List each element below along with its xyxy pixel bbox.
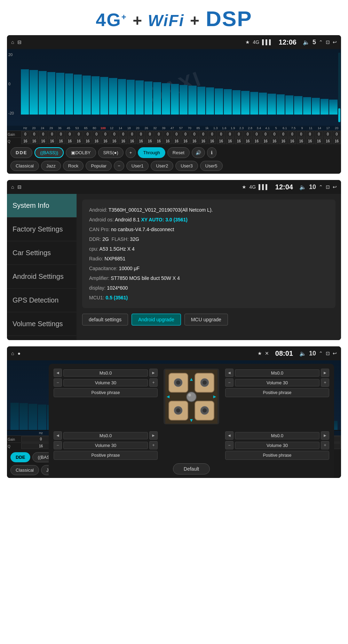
user3-button[interactable]: User3 — [175, 161, 198, 171]
gain-cell-10[interactable]: 0 — [110, 131, 119, 137]
vol-minus-br[interactable]: − — [225, 441, 234, 449]
sidebar-item-volume-settings[interactable]: Volume Settings — [7, 312, 77, 336]
gain-cell-22[interactable]: 0 — [217, 131, 225, 137]
minus-button[interactable]: − — [114, 161, 124, 171]
eq-scrollbar-thumb[interactable] — [338, 108, 340, 122]
jazz-button[interactable]: Jazz — [41, 161, 61, 171]
fullscreen-icon-3[interactable]: ⊡ — [326, 351, 330, 356]
gain-cell-14[interactable]: 0 — [146, 131, 154, 137]
gain-cell-29[interactable]: 0 — [279, 131, 287, 137]
fullscreen-icon[interactable]: ⊡ — [326, 39, 330, 45]
q-cell-24[interactable]: 16 — [235, 138, 243, 144]
srs-button[interactable]: SRS(●) — [98, 147, 124, 158]
q-cell-26[interactable]: 16 — [253, 138, 261, 144]
gain-cell-6[interactable]: 0 — [74, 131, 83, 137]
q-cell-3[interactable]: 16 — [48, 138, 56, 144]
vol-plus-br[interactable]: + — [321, 441, 329, 449]
gain-cell-32[interactable]: 0 — [306, 131, 314, 137]
fullscreen-icon-2[interactable]: ⊡ — [326, 184, 330, 190]
vol-minus-tl[interactable]: − — [54, 378, 62, 387]
vol-plus-tr[interactable]: + — [321, 378, 329, 387]
vol-minus-bl[interactable]: − — [54, 441, 62, 449]
reset-button[interactable]: Reset — [167, 147, 190, 158]
android-upgrade-button[interactable]: Android upgrade — [132, 314, 181, 325]
through-button[interactable]: Through — [138, 147, 165, 158]
gain-cell-24[interactable]: 0 — [235, 131, 243, 137]
q-cell-10[interactable]: 16 — [110, 138, 119, 144]
q-cell-28[interactable]: 16 — [270, 138, 279, 144]
phrase-br[interactable]: Positive phrase — [225, 451, 329, 460]
gain-cell-28[interactable]: 0 — [270, 131, 279, 137]
q-cell-16[interactable]: 16 — [164, 138, 172, 144]
gain-cell-12[interactable]: 0 — [128, 131, 136, 137]
gain-cell-31[interactable]: 0 — [297, 131, 305, 137]
ms-next-tl[interactable]: ► — [149, 369, 158, 377]
gain-cell-1[interactable]: 0 — [30, 131, 39, 137]
expand-icon[interactable]: ⌃ — [319, 39, 323, 45]
gain-cell-2[interactable]: 0 — [39, 131, 47, 137]
q-cell-22[interactable]: 16 — [217, 138, 225, 144]
sidebar-item-system-info[interactable]: System Info — [7, 194, 77, 218]
ms-next-bl[interactable]: ► — [149, 431, 158, 440]
gain-cell-5[interactable]: 0 — [66, 131, 74, 137]
phrase-tl[interactable]: Positive phrase — [54, 388, 158, 397]
back-icon-3[interactable]: ↩ — [333, 351, 337, 356]
q-cell-31[interactable]: 16 — [297, 138, 305, 144]
q-cell-6[interactable]: 16 — [74, 138, 83, 144]
q-cell-5[interactable]: 16 — [66, 138, 74, 144]
gain-cell-16[interactable]: 0 — [164, 131, 172, 137]
dsp-dde-button[interactable]: DDE — [10, 452, 30, 462]
info-button[interactable]: ℹ — [207, 147, 216, 158]
sidebar-item-gps-detection[interactable]: GPS Detection — [7, 289, 77, 312]
dsp-default-button[interactable]: Default — [173, 463, 210, 474]
gain-cell-34[interactable]: 0 — [324, 131, 332, 137]
gain-cell-7[interactable]: 0 — [84, 131, 92, 137]
gain-cell-13[interactable]: 0 — [137, 131, 145, 137]
expand-icon-2[interactable]: ⌃ — [319, 184, 323, 190]
q-cell-13[interactable]: 16 — [137, 138, 145, 144]
eq-scrollbar[interactable] — [338, 53, 340, 122]
dolby-button[interactable]: ▣DOLBY — [66, 147, 96, 158]
gain-cell-27[interactable]: 0 — [261, 131, 270, 137]
phrase-tr[interactable]: Positive phrase — [225, 388, 329, 397]
user2-button[interactable]: User2 — [151, 161, 173, 171]
plus-button[interactable]: + — [126, 147, 136, 158]
gain-cell-25[interactable]: 0 — [244, 131, 252, 137]
gain-cell-15[interactable]: 0 — [155, 131, 163, 137]
ms-next-tr[interactable]: ► — [321, 369, 329, 377]
dsp-classical-button[interactable]: Classical — [10, 465, 39, 475]
q-cell-21[interactable]: 16 — [208, 138, 216, 144]
gain-cell-26[interactable]: 0 — [253, 131, 261, 137]
vol-minus-tr[interactable]: − — [225, 378, 234, 387]
popular-button[interactable]: Popular — [86, 161, 112, 171]
user5-button[interactable]: User5 — [200, 161, 223, 171]
gain-cell-23[interactable]: 0 — [226, 131, 234, 137]
ms-prev-tl[interactable]: ◄ — [54, 369, 62, 377]
q-cell-4[interactable]: 16 — [57, 138, 65, 144]
gain-cell-19[interactable]: 0 — [190, 131, 199, 137]
vol-plus-bl[interactable]: + — [149, 441, 158, 449]
home-icon-3[interactable]: ⌂ — [11, 351, 14, 356]
q-cell-20[interactable]: 16 — [199, 138, 207, 144]
q-cell-19[interactable]: 16 — [190, 138, 199, 144]
q-cell-17[interactable]: 16 — [173, 138, 181, 144]
mcu-upgrade-button[interactable]: MCU upgrade — [184, 314, 228, 325]
screenshot-icon[interactable]: ⊟ — [17, 39, 22, 45]
bass-button[interactable]: ((BASS)) — [34, 147, 64, 158]
q-cell-25[interactable]: 16 — [244, 138, 252, 144]
gain-cell-3[interactable]: 0 — [48, 131, 56, 137]
dde-button[interactable]: DDE — [10, 147, 32, 158]
phrase-bl[interactable]: Positive phrase — [54, 451, 158, 460]
q-cell-15[interactable]: 16 — [155, 138, 163, 144]
gain-cell-17[interactable]: 0 — [173, 131, 181, 137]
q-cell-35[interactable]: 16 — [333, 138, 341, 144]
home-icon-2[interactable]: ⌂ — [11, 184, 14, 190]
ms-next-br[interactable]: ► — [321, 431, 329, 440]
q-cell-30[interactable]: 16 — [288, 138, 296, 144]
back-icon[interactable]: ↩ — [333, 39, 337, 45]
sidebar-item-car-settings[interactable]: Car Settings — [7, 241, 77, 265]
q-cell-23[interactable]: 16 — [226, 138, 234, 144]
expand-icon-3[interactable]: ⌃ — [319, 351, 323, 356]
gain-cell-9[interactable]: 0 — [101, 131, 110, 137]
gain-cell-8[interactable]: 0 — [93, 131, 101, 137]
